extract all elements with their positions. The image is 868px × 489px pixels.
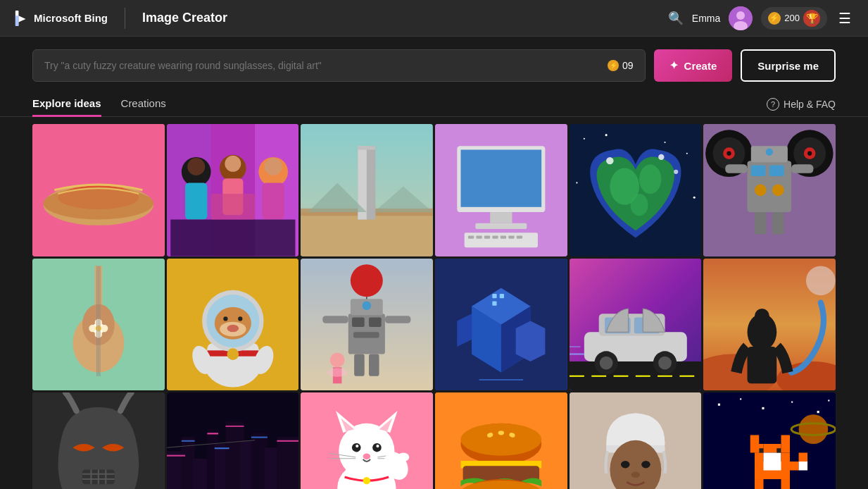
image-cell-robot-balloon[interactable]: [301, 259, 433, 391]
tab-creations[interactable]: Creations: [121, 92, 166, 117]
neon-city-image: [167, 392, 299, 489]
svg-rect-76: [755, 212, 767, 234]
monolith-image: [301, 124, 433, 256]
menu-icon[interactable]: ☰: [836, 7, 854, 30]
boost-count: 09: [622, 60, 634, 71]
svg-rect-225: [817, 411, 819, 413]
create-label: Create: [684, 60, 717, 72]
svg-point-54: [630, 194, 648, 216]
image-cell-city-iso[interactable]: [435, 259, 567, 391]
svg-rect-245: [799, 453, 808, 462]
tab-explore-label: Explore ideas: [32, 97, 101, 109]
surprise-label: Surprise me: [757, 60, 819, 72]
svg-point-55: [606, 157, 613, 164]
svg-point-193: [377, 445, 379, 447]
help-circle-icon: ?: [767, 98, 779, 111]
svg-point-206: [498, 431, 504, 435]
surprise-button[interactable]: Surprise me: [741, 49, 836, 82]
image-cell-burger[interactable]: [435, 392, 567, 489]
svg-rect-21: [262, 182, 284, 219]
svg-rect-112: [369, 317, 382, 327]
svg-point-204: [460, 423, 541, 456]
image-cell-girls[interactable]: [167, 124, 299, 256]
search-icon[interactable]: 🔍: [668, 11, 684, 26]
image-cell-monolith[interactable]: [301, 124, 433, 256]
svg-rect-69: [769, 165, 784, 176]
image-cell-pixel-fox[interactable]: [703, 392, 836, 489]
image-cell-desert-figure[interactable]: [703, 259, 836, 391]
svg-rect-176: [182, 440, 195, 442]
guitar-image: [32, 259, 165, 391]
svg-rect-75: [791, 164, 813, 173]
svg-point-148: [806, 266, 836, 295]
svg-point-70: [755, 184, 767, 196]
coins-badge[interactable]: ⚡ 200 🏆: [761, 7, 827, 30]
coin-icon: ⚡: [768, 12, 781, 25]
svg-point-20: [264, 158, 282, 175]
svg-point-73: [766, 148, 773, 155]
svg-rect-38: [468, 235, 474, 238]
svg-rect-248: [781, 479, 791, 489]
svg-rect-74: [726, 164, 748, 173]
search-bar[interactable]: ⚡ 09: [32, 49, 646, 82]
mask-image: [32, 392, 165, 489]
image-cell-hotdog[interactable]: [32, 124, 165, 256]
svg-rect-113: [353, 332, 379, 338]
image-cell-neon-city[interactable]: [167, 392, 299, 489]
svg-rect-39: [476, 235, 482, 238]
image-cell-guitar[interactable]: [32, 259, 165, 391]
coins-count: 200: [784, 13, 800, 23]
header: Microsoft Bing Image Creator 🔍 Emma ⚡ 20…: [0, 0, 868, 37]
image-cell-engineer[interactable]: [570, 392, 702, 489]
svg-rect-44: [517, 235, 522, 238]
image-cell-earth[interactable]: [570, 124, 702, 256]
svg-point-57: [674, 170, 678, 174]
svg-rect-128: [492, 294, 496, 298]
image-cell-delorean[interactable]: [570, 259, 702, 391]
computer-image: [435, 124, 567, 256]
tab-explore[interactable]: Explore ideas: [32, 92, 101, 117]
svg-rect-164: [192, 459, 208, 489]
svg-point-62: [727, 151, 731, 156]
svg-rect-172: [167, 455, 185, 457]
svg-rect-119: [369, 354, 379, 376]
svg-rect-233: [764, 453, 773, 462]
city-iso-image: [435, 259, 567, 391]
svg-rect-224: [791, 402, 793, 403]
svg-point-108: [351, 264, 383, 297]
robot-music-image: [703, 124, 836, 256]
help-link[interactable]: ? Help & FAQ: [767, 98, 836, 111]
bing-logo[interactable]: Microsoft Bing: [14, 11, 108, 26]
svg-rect-118: [354, 354, 365, 376]
reward-icon: 🏆: [803, 10, 820, 27]
svg-rect-238: [750, 435, 760, 445]
image-cell-mask[interactable]: [32, 392, 165, 489]
create-button[interactable]: ✦ Create: [654, 49, 733, 82]
svg-point-200: [398, 453, 410, 462]
svg-rect-129: [500, 294, 504, 298]
image-cell-computer[interactable]: [435, 124, 567, 256]
svg-point-86: [101, 325, 108, 332]
avatar[interactable]: [729, 6, 753, 30]
svg-point-50: [576, 182, 577, 183]
tabs-section: Explore ideas Creations ? Help & FAQ: [0, 92, 868, 117]
svg-rect-130: [492, 301, 496, 305]
earth-image: [570, 124, 702, 256]
svg-rect-35: [490, 212, 512, 223]
svg-rect-175: [277, 440, 298, 442]
robot-balloon-image: [301, 259, 433, 391]
image-cell-robot-music[interactable]: [703, 124, 836, 256]
search-input[interactable]: [44, 60, 608, 71]
image-cell-shiba[interactable]: [167, 259, 299, 391]
svg-point-71: [772, 184, 784, 196]
svg-rect-174: [225, 426, 244, 427]
svg-point-120: [330, 352, 345, 367]
svg-point-47: [605, 134, 607, 136]
svg-rect-247: [755, 479, 764, 489]
svg-point-56: [658, 154, 664, 160]
delorean-image: [570, 259, 702, 391]
svg-rect-43: [508, 235, 514, 238]
header-right: 🔍 Emma ⚡ 200 🏆 ☰: [668, 6, 854, 30]
image-cell-lucky-cat[interactable]: [301, 392, 433, 489]
svg-rect-236: [760, 449, 764, 453]
